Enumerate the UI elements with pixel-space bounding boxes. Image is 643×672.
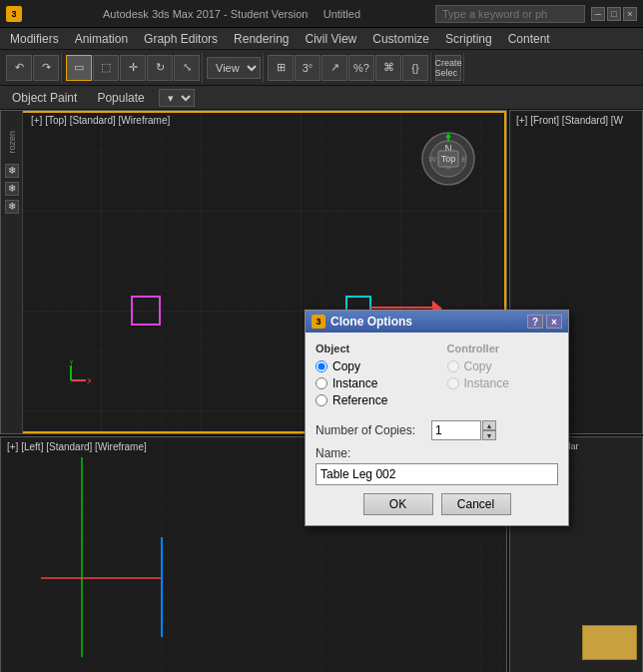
frozen-icon-2[interactable]: ❄ [5,182,19,196]
dialog-title: Clone Options [330,315,527,329]
radio-ctrl-copy-label: Copy [464,359,492,373]
undo-button[interactable]: ↶ [6,55,32,81]
object-pink-rect [131,296,161,326]
toolbar-group-tools: ⊞ 3° ↗ %? ⌘ {} [266,53,431,83]
spinner-buttons: ▲ ▼ [482,420,496,440]
menu-item-rendering[interactable]: Rendering [226,30,297,48]
radio-instance[interactable]: Instance [316,376,427,390]
left-axis-h [41,577,161,579]
viewport-area: rozen ❄ ❄ ❄ [+] [Top] [Standard] [Wirefr… [0,110,643,672]
select-move-button[interactable]: ✛ [120,55,146,81]
compass-gizmo[interactable]: N S E W Top [420,131,476,190]
menu-item-civil-view[interactable]: Civil View [297,30,364,48]
dialog-titlebar: 3 Clone Options ? × [306,311,568,333]
populate-dropdown[interactable]: ▾ [159,89,195,107]
frozen-label: rozen [7,131,17,154]
radio-instance-label: Instance [332,376,377,390]
menu-item-animation[interactable]: Animation [67,30,136,48]
radio-ctrl-instance-label: Instance [464,376,509,390]
name-label: Name: [316,446,558,460]
toolbar-group-create: Create Selec [433,53,464,83]
svg-text:Y: Y [69,360,75,366]
redo-button[interactable]: ↷ [33,55,59,81]
dialog-app-icon: 3 [312,315,325,329]
mirror-button[interactable]: {} [402,55,428,81]
spinner-snap-button[interactable]: %? [348,55,374,81]
viewport-top-label: [+] [Top] [Standard] [Wireframe] [31,115,170,126]
snap-toggle-button[interactable]: ⊞ [268,55,294,81]
radio-copy-input[interactable] [316,360,327,372]
move-arrow [370,307,435,309]
spin-down-button[interactable]: ▼ [482,430,496,440]
spin-up-button[interactable]: ▲ [482,420,496,430]
copies-spinner[interactable]: ▲ ▼ [431,420,496,440]
title-bar: 3 Autodesk 3ds Max 2017 - Student Versio… [0,0,643,28]
controller-group-title: Controller [447,342,559,354]
populate-button[interactable]: Populate [91,89,150,107]
select-button[interactable]: ▭ [66,55,92,81]
ok-button[interactable]: OK [363,493,433,515]
dialog-window-controls: ? × [527,315,562,329]
rotate-button[interactable]: ↻ [147,55,173,81]
copies-input[interactable] [431,420,481,440]
frozen-panel: rozen ❄ ❄ ❄ [1,111,23,433]
percent-snap-button[interactable]: ↗ [322,55,347,81]
cancel-button[interactable]: Cancel [441,493,511,515]
radio-copy-label: Copy [332,359,360,373]
menu-item-graph-editors[interactable]: Graph Editors [136,30,226,48]
radio-copy[interactable]: Copy [316,359,427,373]
viewport-front-label: [+] [Front] [Standard] [W [516,115,623,126]
dialog-options-section: Object Copy Instance Reference [316,342,558,410]
create-selection-button[interactable]: Create Selec [435,55,461,81]
name-input[interactable] [316,463,558,485]
edit-named-selections[interactable]: ⌘ [375,55,401,81]
svg-text:X: X [87,376,91,385]
persp-box [582,625,637,660]
radio-reference-input[interactable] [316,394,327,406]
frozen-icon-3[interactable]: ❄ [5,200,19,214]
select-region-button[interactable]: ⬚ [93,55,119,81]
left-object [161,537,163,637]
menu-bar: Modifiers Animation Graph Editors Render… [0,28,643,50]
name-field-section: Name: [316,446,558,493]
menu-item-content[interactable]: Content [500,30,558,48]
object-paint-button[interactable]: Object Paint [6,89,83,107]
radio-ctrl-instance: Instance [447,376,559,390]
radio-ctrl-instance-input [447,377,459,389]
radio-reference[interactable]: Reference [316,393,427,407]
radio-ctrl-copy-input [447,360,459,372]
toolbar-group-viewport: View [205,53,264,83]
axis-gizmo-top: Y X [51,360,91,403]
dialog-body: Object Copy Instance Reference [306,333,568,525]
toolbar-group-undo: ↶ ↷ [4,53,62,83]
svg-text:W: W [428,155,436,164]
search-input[interactable] [435,5,585,23]
dialog-object-group: Object Copy Instance Reference [316,342,427,410]
dialog-controller-group: Controller Copy Instance [447,342,559,410]
viewport-dropdown[interactable]: View [207,57,261,79]
window-controls: ─ □ × [591,7,637,21]
copies-label: Number of Copies: [316,423,425,437]
clone-dialog: 3 Clone Options ? × Object Copy [305,310,569,526]
frozen-icon-1[interactable]: ❄ [5,164,19,178]
radio-ctrl-copy: Copy [447,359,559,373]
svg-text:Top: Top [441,154,456,164]
dialog-action-buttons: OK Cancel [316,493,558,515]
menu-item-scripting[interactable]: Scripting [437,30,500,48]
scale-button[interactable]: ⤡ [174,55,200,81]
app-icon: 3 [6,6,22,22]
maximize-button[interactable]: □ [607,7,621,21]
menu-item-modifiers[interactable]: Modifiers [2,30,67,48]
radio-instance-input[interactable] [316,377,327,389]
left-axis-v [81,457,83,657]
copies-field-row: Number of Copies: ▲ ▼ [316,420,558,440]
minimize-button[interactable]: ─ [591,7,605,21]
title-text: Autodesk 3ds Max 2017 - Student Version … [28,8,435,20]
angle-snap-button[interactable]: 3° [295,55,321,81]
sub-toolbar: Object Paint Populate ▾ [0,86,643,110]
dialog-help-button[interactable]: ? [527,315,543,329]
menu-item-customize[interactable]: Customize [364,30,437,48]
radio-reference-label: Reference [332,393,387,407]
dialog-close-button[interactable]: × [546,315,562,329]
close-button[interactable]: × [623,7,637,21]
